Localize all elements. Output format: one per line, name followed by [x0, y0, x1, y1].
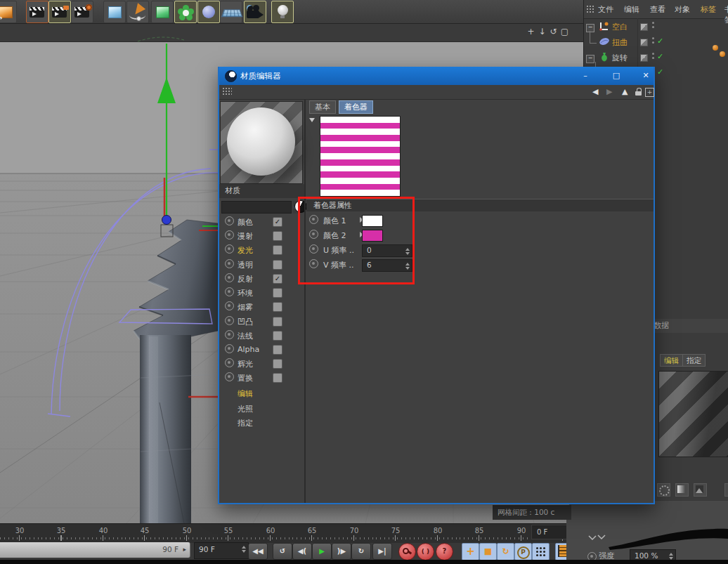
channel-row-transparency[interactable]: 透明: [219, 259, 304, 273]
goto-end-button[interactable]: ▶|: [372, 543, 392, 560]
channel-checkbox[interactable]: [273, 231, 282, 241]
channel-checkbox[interactable]: [273, 260, 282, 270]
metaball-icon[interactable]: [197, 1, 220, 23]
material-thumbnail[interactable]: [658, 371, 728, 457]
channel-checkbox[interactable]: [273, 345, 282, 355]
menu-bookmarks[interactable]: 书签: [724, 4, 728, 25]
channel-row-reflection[interactable]: 反射✓: [219, 273, 304, 287]
nav-forward-icon[interactable]: ▶: [606, 87, 612, 96]
material-preview[interactable]: [220, 101, 303, 184]
orange-handle-dot[interactable]: [713, 45, 718, 51]
channel-row-displacement[interactable]: 置换: [219, 372, 304, 386]
camera-icon[interactable]: [244, 1, 266, 23]
tab-basic[interactable]: 基本: [309, 100, 336, 114]
channel-radio[interactable]: [225, 259, 234, 268]
attr-tab-edit[interactable]: 编辑: [660, 354, 683, 367]
channel-radio[interactable]: [225, 358, 234, 367]
keyframe-help-button[interactable]: ?: [436, 543, 453, 560]
channel-radio[interactable]: [225, 316, 234, 325]
channel-row-alpha[interactable]: Alpha: [219, 344, 304, 358]
menu-tags[interactable]: 标签: [701, 4, 716, 15]
channel-row-bump[interactable]: 凹凸: [219, 316, 304, 330]
channel-checkbox[interactable]: [273, 331, 282, 341]
channel-radio[interactable]: [225, 344, 234, 353]
floor-grid-icon[interactable]: [220, 1, 242, 23]
timeline-ruler[interactable]: 30 35 40 45 50 55 60 65 70 75 80 85 90: [0, 523, 568, 543]
tree-item-bend[interactable]: 扭曲: [612, 37, 628, 48]
play-button[interactable]: ▶: [312, 543, 332, 560]
menu-view[interactable]: 查看: [650, 4, 665, 15]
next-frame-button[interactable]: )▶: [332, 543, 351, 560]
spinner-arrows-icon[interactable]: [242, 546, 246, 553]
lock-icon[interactable]: [635, 91, 642, 96]
enable-dots[interactable]: [652, 37, 654, 39]
primitive-cube-icon[interactable]: [103, 1, 126, 23]
expander-null[interactable]: −: [586, 24, 594, 32]
tree-item-lathe[interactable]: 旋转: [612, 53, 628, 63]
channel-radio[interactable]: [225, 216, 234, 225]
prev-key-button[interactable]: ↺: [273, 543, 292, 560]
collapse-triangle-icon[interactable]: [309, 118, 315, 122]
enabled-check[interactable]: ✓: [657, 67, 663, 77]
attr-tab-assign[interactable]: 指定: [682, 354, 706, 367]
enable-dots[interactable]: [652, 53, 654, 55]
maximize-button[interactable]: □: [611, 70, 622, 81]
nav-back-icon[interactable]: ◀: [592, 87, 598, 96]
channel-radio[interactable]: [225, 230, 234, 240]
panel-grip-icon[interactable]: [586, 5, 594, 14]
viewport-zoom-icon[interactable]: ↓: [537, 27, 547, 37]
subdivision-surface-icon[interactable]: [151, 1, 174, 23]
render-view-icon[interactable]: [26, 1, 48, 23]
tab-shader[interactable]: 着色器: [339, 100, 373, 114]
channel-checkbox[interactable]: [273, 373, 282, 383]
light-icon[interactable]: [271, 1, 294, 23]
channel-row-diffuse[interactable]: 漫射: [219, 230, 304, 244]
channel-radio[interactable]: [225, 244, 234, 254]
record-keyframe-button[interactable]: [398, 543, 416, 560]
enabled-check[interactable]: ✓: [657, 37, 663, 46]
nav-up-icon[interactable]: ▲: [622, 87, 628, 96]
record-rotation-button[interactable]: ↻: [497, 543, 514, 560]
channel-checkbox[interactable]: [273, 288, 282, 298]
channel-checkbox[interactable]: ✓: [273, 217, 282, 227]
footer-assign[interactable]: 指定: [238, 418, 253, 428]
new-window-icon[interactable]: +: [645, 88, 654, 97]
channel-row-environment[interactable]: 环境: [219, 287, 304, 301]
menu-edit[interactable]: 编辑: [624, 4, 639, 15]
menu-objects[interactable]: 对象: [675, 4, 690, 15]
cube-arrow-icon[interactable]: →: [0, 1, 17, 23]
stripe-shader-preview[interactable]: [320, 116, 401, 197]
channel-checkbox[interactable]: [273, 359, 282, 369]
channel-radio[interactable]: [225, 372, 234, 381]
channel-checkbox[interactable]: ✓: [273, 274, 282, 284]
image-icon[interactable]: [694, 483, 707, 497]
record-parameter-button[interactable]: P: [514, 543, 532, 560]
material-name-input[interactable]: [221, 201, 292, 214]
channel-row-glow[interactable]: 辉光: [219, 358, 304, 372]
enabled-check[interactable]: ✓: [657, 52, 663, 61]
pen-spline-icon[interactable]: [126, 1, 149, 23]
frame-spinner[interactable]: 90 F: [194, 542, 249, 559]
current-frame-field[interactable]: 0 F: [531, 525, 570, 539]
channel-radio[interactable]: [225, 330, 234, 339]
tree-item-null[interactable]: 空白: [612, 22, 628, 32]
material-editor-titlebar[interactable]: 材质编辑器 – □ ✕: [219, 67, 654, 85]
autokey-button[interactable]: ( ): [417, 543, 434, 560]
channel-row-fog[interactable]: 烟雾: [219, 301, 304, 315]
footer-illumination[interactable]: 光照: [238, 404, 253, 414]
layer-toggle[interactable]: [640, 39, 648, 46]
array-generator-icon[interactable]: [174, 1, 197, 23]
channel-checkbox[interactable]: [273, 245, 282, 255]
viewport-pan-icon[interactable]: +: [526, 27, 536, 37]
prev-frame-button[interactable]: ◀(: [292, 543, 312, 560]
render-picture-viewer-icon[interactable]: [48, 1, 71, 23]
channel-checkbox[interactable]: [273, 317, 282, 327]
layer-toggle[interactable]: [640, 23, 648, 31]
channel-radio[interactable]: [225, 273, 234, 282]
edit-render-settings-icon[interactable]: [71, 1, 93, 23]
viewport-toggle-icon[interactable]: ▢: [559, 27, 570, 37]
layer-toggle[interactable]: [640, 54, 648, 62]
channel-row-color[interactable]: 颜色✓: [219, 216, 304, 230]
channel-radio[interactable]: [225, 301, 234, 310]
timeline-range-slider[interactable]: 90 F ▸: [0, 542, 190, 558]
